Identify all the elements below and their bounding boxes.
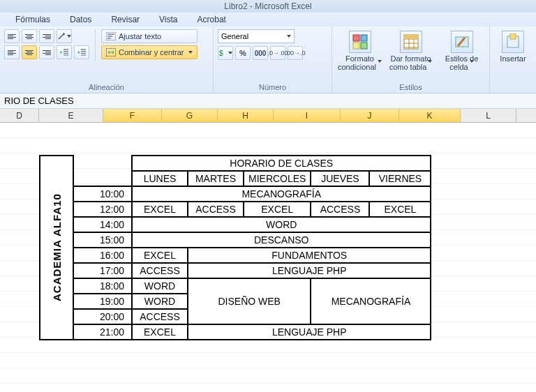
orientation-button[interactable] [57,29,72,43]
separator [95,29,96,61]
number-format-combo[interactable]: General [218,29,295,43]
svg-rect-4 [361,35,367,41]
table-row: 15:00 DESCANSO [40,232,431,248]
wrap-text-button[interactable]: Ajustar texto [101,29,198,43]
table-row: 18:00 WORD DISEÑO WEB MECANOGRAFÍA [40,278,431,294]
align-middle-button[interactable] [22,29,37,43]
tab-formulas[interactable]: Fórmulas [15,15,50,24]
formula-bar-text: RIO DE CLASES [4,96,74,106]
col-header-E[interactable]: E [39,109,103,122]
conditional-formatting-label: Formato condicional [338,54,376,71]
group-label-number: Número [218,82,327,91]
conditional-formatting-icon [349,31,371,53]
tab-revisar[interactable]: Revisar [111,15,140,24]
ribbon-group-number: General $ % 000 .0→.00 .00→.0 Número [214,27,332,93]
col-header-L[interactable]: L [461,109,516,122]
schedule-table-wrap: ACADEMIA ALFA10 HORARIO DE CLASES LUNES … [39,155,431,340]
tab-acrobat[interactable]: Acrobat [198,15,226,24]
tab-datos[interactable]: Datos [70,15,91,24]
tab-vista[interactable]: Vista [159,15,177,24]
day-martes: MARTES [188,171,244,186]
col-header-K[interactable]: K [399,109,461,122]
percent-button[interactable]: % [235,46,251,60]
ribbon-group-alignment: Ajustar texto Combinar y centrar Alineac… [0,27,214,93]
schedule-side-label: ACADEMIA ALFA10 [40,156,73,340]
format-as-table-label: Dar formato como tabla [389,54,431,71]
orientation-icon [57,32,66,40]
format-as-table-button[interactable]: Dar formato como tabla [387,29,434,73]
align-bottom-button[interactable] [39,29,54,43]
cell-styles-button[interactable]: Estilos de celda [438,29,485,73]
chevron-down-icon [287,35,291,38]
decrease-indent-icon [60,49,68,56]
decrease-decimal-button[interactable]: .00→.0 [288,46,303,60]
wrap-text-label: Ajustar texto [119,32,161,40]
wrap-text-icon [106,32,116,40]
increase-indent-icon [77,49,86,56]
svg-rect-6 [361,43,367,49]
table-row: 16:00 EXCEL FUNDAMENTOS [40,248,431,263]
day-viernes: VIERNES [369,171,431,186]
svg-rect-8 [404,35,418,39]
col-header-J[interactable]: J [341,109,399,122]
ribbon: Ajustar texto Combinar y centrar Alineac… [0,27,536,93]
schedule-table: ACADEMIA ALFA10 HORARIO DE CLASES LUNES … [39,155,431,340]
cell-styles-icon [451,31,473,53]
merge-center-icon [106,48,116,56]
col-header-D[interactable]: D [0,109,39,122]
menu-tabs: Fórmulas Datos Revisar Vista Acrobat [0,13,536,27]
col-header-I[interactable]: I [274,109,341,122]
ribbon-group-styles: Formato condicional Dar formato como tab… [332,27,490,93]
insert-button[interactable]: Insertar [494,29,532,64]
merge-center-label: Combinar y centrar [119,48,184,56]
align-top-button[interactable] [4,29,20,43]
decrease-indent-button[interactable] [57,45,72,59]
table-row: 21:00 EXCEL LENGUAJE PHP [40,324,431,340]
table-row: 17:00 ACCESS LENGUAJE PHP [40,263,431,278]
insert-label: Insertar [500,54,526,63]
increase-indent-button[interactable] [74,45,89,59]
conditional-formatting-button[interactable]: Formato condicional [336,29,383,73]
ribbon-group-cells: Insertar [490,27,536,93]
table-row: 10:00 MECANOGRAFÍA [40,186,431,202]
schedule-title: HORARIO DE CLASES [132,156,431,171]
align-center-button[interactable] [22,45,37,59]
align-right-button[interactable] [39,45,54,59]
formula-bar[interactable]: RIO DE CLASES [0,93,536,109]
number-format-value: General [221,32,248,40]
insert-icon [502,31,524,53]
currency-icon: $ [218,49,227,57]
comma-style-button[interactable]: 000 [253,46,268,60]
table-row: 14:00 WORD [40,217,431,232]
format-as-table-icon [400,31,422,53]
col-header-H[interactable]: H [218,109,274,122]
svg-rect-11 [510,33,516,39]
svg-text:$: $ [219,50,223,57]
svg-rect-5 [353,43,359,49]
worksheet-area[interactable]: ACADEMIA ALFA10 HORARIO DE CLASES LUNES … [0,123,536,392]
group-label-alignment: Alineación [4,82,209,91]
merge-center-button[interactable]: Combinar y centrar [101,45,198,59]
currency-button[interactable]: $ [218,46,233,60]
day-miercoles: MIERCOLES [244,171,311,186]
svg-rect-3 [353,35,359,41]
col-header-G[interactable]: G [162,109,218,122]
day-lunes: LUNES [132,171,188,186]
chevron-down-icon [188,51,193,54]
align-left-button[interactable] [4,45,20,59]
window-title: Libro2 - Microsoft Excel [0,0,536,13]
group-label-styles: Estilos [336,82,485,91]
table-row: 12:00 EXCEL ACCESS EXCEL ACCESS EXCEL [40,202,431,217]
increase-decimal-button[interactable]: .0→.00 [270,46,285,60]
column-headers: D E F G H I J K L [0,109,536,123]
col-header-F[interactable]: F [103,109,162,122]
day-jueves: JUEVES [311,171,369,186]
